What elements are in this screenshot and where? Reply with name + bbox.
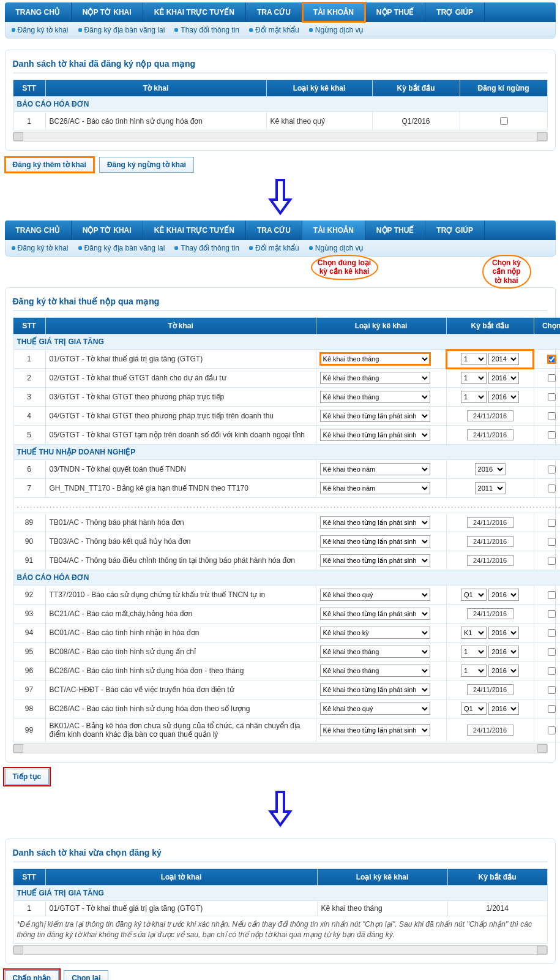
subnav-link[interactable]: Đổi mật khẩu xyxy=(249,26,299,34)
select-checkbox[interactable] xyxy=(548,519,556,527)
ellipsis-row: ........................................… xyxy=(13,498,560,513)
stop-checkbox[interactable] xyxy=(500,117,508,125)
select-checkbox[interactable] xyxy=(548,466,556,473)
period-type-select[interactable]: Kê khai theo từng lần phát sinh xyxy=(320,410,430,422)
date-input[interactable]: 24/11/2016 xyxy=(467,684,513,695)
select-checkbox[interactable] xyxy=(548,629,556,637)
nav-tab[interactable]: TRA CỨU xyxy=(246,2,302,22)
nav-tab[interactable]: NỘP TỜ KHAI xyxy=(72,2,143,22)
year-select[interactable]: 2016 xyxy=(488,627,519,639)
select-checkbox[interactable] xyxy=(548,538,556,546)
select-checkbox[interactable] xyxy=(548,648,556,656)
date-input[interactable]: 24/11/2016 xyxy=(467,517,513,528)
year-select[interactable]: 2016 xyxy=(488,646,519,658)
select-checkbox[interactable] xyxy=(548,591,556,599)
date-input[interactable]: 24/11/2016 xyxy=(467,536,513,547)
register-stop-button[interactable]: Đăng ký ngừng tờ khai xyxy=(99,157,194,173)
select-checkbox[interactable] xyxy=(548,705,556,713)
period-type-select[interactable]: Kê khai theo từng lần phát sinh xyxy=(320,516,430,529)
month-select[interactable]: Q1 xyxy=(461,703,487,715)
select-checkbox[interactable] xyxy=(548,686,556,694)
bullet-icon xyxy=(78,246,82,250)
table-row: 505/GTGT - Tờ khai GTGT tạm nộp trên doa… xyxy=(13,426,560,445)
period-type-select[interactable]: Kê khai theo từng lần phát sinh xyxy=(320,684,430,696)
period-type-select[interactable]: Kê khai theo quý xyxy=(320,703,430,715)
subnav-link[interactable]: Đổi mật khẩu xyxy=(249,244,299,252)
year-select[interactable]: 2016 xyxy=(488,372,519,384)
nav-tab[interactable]: TRA CỨU xyxy=(246,221,302,240)
select-checkbox[interactable] xyxy=(548,431,556,439)
period-type-select[interactable]: Kê khai theo từng lần phát sinh xyxy=(320,535,430,548)
select-checkbox[interactable] xyxy=(548,557,556,565)
year-select[interactable]: 2016 xyxy=(488,703,519,715)
month-select[interactable]: 1 xyxy=(461,665,487,677)
nav-tab[interactable]: TRỢ GIÚP xyxy=(425,2,485,22)
nav-tab[interactable]: NỘP TỜ KHAI xyxy=(72,221,143,240)
month-select[interactable]: Q1 xyxy=(461,589,487,601)
period-type-select[interactable]: Kê khai theo tháng xyxy=(320,372,430,384)
select-checkbox[interactable] xyxy=(548,667,556,675)
nav-tab[interactable]: KÊ KHAI TRỰC TUYẾN xyxy=(143,2,246,22)
period-type-select[interactable]: Kê khai theo quý xyxy=(320,589,430,601)
h-scrollbar[interactable] xyxy=(13,744,548,753)
month-select[interactable]: 1 xyxy=(461,353,487,365)
period-type-select[interactable]: Kê khai theo từng lần phát sinh xyxy=(320,608,430,620)
subnav-link[interactable]: Ngừng dịch vụ xyxy=(309,244,364,252)
h-scrollbar[interactable] xyxy=(13,132,548,141)
period-type-select[interactable]: Kê khai theo năm xyxy=(320,482,430,494)
select-checkbox[interactable] xyxy=(548,393,556,401)
month-select[interactable]: K1 xyxy=(461,627,487,639)
year-select[interactable]: 2016 xyxy=(488,589,519,601)
date-input[interactable]: 24/11/2016 xyxy=(467,608,513,619)
step3-panel: Danh sách tờ khai vừa chọn đăng ký STT L… xyxy=(5,839,556,980)
period-type-select[interactable]: Kê khai theo từng lần phát sinh xyxy=(320,724,430,736)
select-checkbox[interactable] xyxy=(548,412,556,420)
select-checkbox[interactable] xyxy=(548,726,556,734)
nav-tab[interactable]: KÊ KHAI TRỰC TUYẾN xyxy=(143,221,246,240)
subnav-link[interactable]: Thay đổi thông tin xyxy=(174,244,239,252)
year-select[interactable]: 2014 xyxy=(488,353,519,365)
period-type-select[interactable]: Kê khai theo kỳ xyxy=(320,627,430,639)
month-select[interactable]: 1 xyxy=(461,391,487,403)
subnav-link[interactable]: Thay đổi thông tin xyxy=(174,26,239,34)
nav-tab[interactable]: TÀI KHOẢN xyxy=(302,2,365,22)
nav-tab[interactable]: TRANG CHỦ xyxy=(5,221,72,240)
select-checkbox[interactable] xyxy=(548,484,556,492)
period-type-select[interactable]: Kê khai theo năm xyxy=(320,463,430,475)
continue-button[interactable]: Tiếp tục xyxy=(5,769,50,785)
month-select[interactable]: 1 xyxy=(461,372,487,384)
subnav-link[interactable]: Đăng ký tờ khai xyxy=(12,26,69,34)
nav-tab[interactable]: TÀI KHOẢN xyxy=(302,221,365,240)
subnav-link[interactable]: Ngừng dịch vụ xyxy=(309,26,364,34)
year-select[interactable]: 2016 xyxy=(488,665,519,677)
subnav-link[interactable]: Đăng ký địa bàn vãng lai xyxy=(78,26,165,34)
select-checkbox[interactable] xyxy=(548,610,556,618)
subnav-link[interactable]: Đăng ký địa bàn vãng lai xyxy=(78,244,165,252)
col-tokhai: Tờ khai xyxy=(45,80,266,97)
date-input[interactable]: 24/11/2016 xyxy=(467,410,513,421)
month-select[interactable]: 1 xyxy=(461,646,487,658)
nav-tab[interactable]: NỘP THUẾ xyxy=(365,2,425,22)
h-scrollbar[interactable] xyxy=(13,945,548,955)
accept-button[interactable]: Chấp nhận xyxy=(5,970,59,980)
select-checkbox[interactable] xyxy=(548,355,556,363)
period-type-select[interactable]: Kê khai theo từng lần phát sinh xyxy=(320,554,430,567)
year-select[interactable]: 2011 xyxy=(475,482,506,494)
period-type-select[interactable]: Kê khai theo từng lần phát sinh xyxy=(320,429,430,441)
year-select[interactable]: 2016 xyxy=(488,391,519,403)
nav-tab[interactable]: NỘP THUẾ xyxy=(365,221,425,240)
nav-tab[interactable]: TRANG CHỦ xyxy=(5,2,72,22)
subnav-link[interactable]: Đăng ký tờ khai xyxy=(12,244,69,252)
period-type-select[interactable]: Kê khai theo tháng xyxy=(320,391,430,403)
year-select[interactable]: 2016 xyxy=(475,463,506,475)
date-input[interactable]: 24/11/2016 xyxy=(467,555,513,566)
reselect-button[interactable]: Chọn lại xyxy=(64,970,108,980)
period-type-select[interactable]: Kê khai theo tháng xyxy=(320,353,430,365)
date-input[interactable]: 24/11/2016 xyxy=(467,429,513,440)
date-input[interactable]: 24/11/2016 xyxy=(467,725,513,736)
register-more-button[interactable]: Đăng ký thêm tờ khai xyxy=(5,157,94,173)
select-checkbox[interactable] xyxy=(548,374,556,382)
nav-tab[interactable]: TRỢ GIÚP xyxy=(425,221,485,240)
period-type-select[interactable]: Kê khai theo tháng xyxy=(320,665,430,677)
period-type-select[interactable]: Kê khai theo tháng xyxy=(320,646,430,658)
